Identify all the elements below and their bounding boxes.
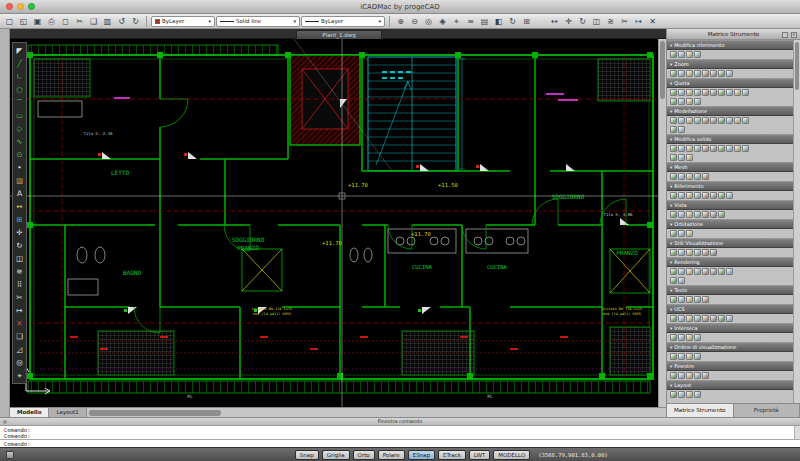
linetype-dropdown[interactable]: Solid line ▾: [216, 16, 300, 27]
print-preview-icon[interactable]: ◻: [59, 15, 72, 28]
tool-icon[interactable]: [686, 211, 693, 218]
tool-icon[interactable]: [678, 192, 685, 199]
palette-section-header[interactable]: ▾Modellazione: [667, 106, 794, 116]
tool-icon[interactable]: [694, 296, 701, 303]
palette-section-header[interactable]: ▾Layout: [667, 380, 794, 390]
tool-icon[interactable]: [710, 315, 717, 322]
tool-icon[interactable]: [678, 277, 685, 284]
palette-close-button[interactable]: ✕: [791, 32, 797, 38]
tool-icon[interactable]: [678, 391, 685, 398]
tool-icon[interactable]: [726, 89, 733, 96]
tool-icon[interactable]: [718, 268, 725, 275]
tool-icon[interactable]: [694, 173, 701, 180]
tool-icon[interactable]: [726, 145, 733, 152]
tool-icon[interactable]: [670, 70, 677, 77]
status-toggle-snap[interactable]: Snap: [295, 450, 319, 460]
tool-icon[interactable]: [710, 145, 717, 152]
tool-icon[interactable]: [678, 268, 685, 275]
offset-icon[interactable]: ≋: [14, 265, 26, 278]
paste-icon[interactable]: ▥: [101, 15, 114, 28]
pan-icon[interactable]: ⌖: [450, 15, 463, 28]
design-center-icon[interactable]: ⊞: [520, 15, 533, 28]
tool-icon[interactable]: [718, 89, 725, 96]
tool-icon[interactable]: [670, 372, 677, 379]
tool-icon[interactable]: [686, 296, 693, 303]
tool-icon[interactable]: [678, 173, 685, 180]
tool-icon[interactable]: [702, 173, 709, 180]
tool-icon[interactable]: [678, 98, 685, 105]
palette-section-header[interactable]: ▾Ordine di visualizzazione: [667, 342, 794, 352]
zoom-extents-icon[interactable]: ◈: [436, 15, 449, 28]
lineweight-dropdown[interactable]: ByLayer ▾: [301, 16, 385, 27]
tool-icon[interactable]: [694, 192, 701, 199]
palette-section-header[interactable]: ▾Orbitazione: [667, 219, 794, 229]
mirror-icon[interactable]: ◫: [590, 15, 603, 28]
tool-icon[interactable]: [678, 211, 685, 218]
palette-scrollbar[interactable]: [793, 40, 800, 403]
tool-icon[interactable]: [678, 70, 685, 77]
tool-icon[interactable]: [694, 117, 701, 124]
tab-matrice-strumento[interactable]: Matrice Strumento: [667, 404, 734, 417]
palette-section-header[interactable]: ▾Testo: [667, 285, 794, 295]
tool-icon[interactable]: [702, 70, 709, 77]
tool-icon[interactable]: [678, 51, 685, 58]
tool-icon[interactable]: [694, 98, 701, 105]
tool-icon[interactable]: [686, 372, 693, 379]
tool-icon[interactable]: [702, 211, 709, 218]
tool-icon[interactable]: [742, 89, 749, 96]
palette-section-header[interactable]: ▾Modifica riferimento: [667, 40, 794, 50]
palette-section-header[interactable]: ▾Quota: [667, 78, 794, 88]
tool-icon[interactable]: [670, 315, 677, 322]
tool-icon[interactable]: [734, 145, 741, 152]
tool-icon[interactable]: [686, 192, 693, 199]
tool-icon[interactable]: [710, 249, 717, 256]
extend-icon[interactable]: ↦: [14, 304, 26, 317]
spline-icon[interactable]: ∿: [14, 135, 26, 148]
tool-icon[interactable]: [670, 89, 677, 96]
zoom-in-icon[interactable]: ⊕: [394, 15, 407, 28]
tool-icon[interactable]: [694, 89, 701, 96]
zoom-icon[interactable]: ◎: [14, 356, 26, 369]
tool-icon[interactable]: [670, 391, 677, 398]
new-file-icon[interactable]: ▢: [3, 15, 16, 28]
tool-icon[interactable]: [702, 192, 709, 199]
dimension-icon[interactable]: ↔: [14, 200, 26, 213]
tool-icon[interactable]: [718, 145, 725, 152]
zoom-window-icon[interactable]: ◎: [422, 15, 435, 28]
tool-icon[interactable]: [726, 192, 733, 199]
ellipse-icon[interactable]: ⊙: [14, 148, 26, 161]
rotate-icon[interactable]: ↻: [576, 15, 589, 28]
palette-section-header[interactable]: ▾Interseca: [667, 323, 794, 333]
tool-icon[interactable]: [686, 391, 693, 398]
tool-icon[interactable]: [694, 353, 701, 360]
status-toggle-griglia[interactable]: Griglia: [322, 450, 350, 460]
tool-icon[interactable]: [678, 372, 685, 379]
undo-icon[interactable]: ↺: [115, 15, 128, 28]
circle-icon[interactable]: ○: [14, 83, 26, 96]
layers-icon[interactable]: ≡: [464, 15, 477, 28]
drawing-canvas[interactable]: LETTOBAGNOSOGGIORNOPRANZOCUCINACUCINASOG…: [10, 39, 666, 407]
block-icon[interactable]: ⊞: [14, 213, 26, 226]
tool-icon[interactable]: [694, 315, 701, 322]
erase-icon[interactable]: ✕: [646, 15, 659, 28]
tool-icon[interactable]: [686, 98, 693, 105]
tool-icon[interactable]: [686, 268, 693, 275]
tool-icon[interactable]: [678, 154, 685, 161]
palette-section-header[interactable]: ▾Riferimento: [667, 181, 794, 191]
tool-icon[interactable]: [678, 249, 685, 256]
regen-icon[interactable]: ↻: [506, 15, 519, 28]
pan-icon[interactable]: ⌖: [14, 369, 26, 382]
tool-icon[interactable]: [670, 353, 677, 360]
tool-icon[interactable]: [694, 70, 701, 77]
tool-icon[interactable]: [702, 315, 709, 322]
tool-icon[interactable]: [710, 89, 717, 96]
tool-icon[interactable]: [734, 89, 741, 96]
tool-icon[interactable]: [694, 391, 701, 398]
text-icon[interactable]: A: [14, 187, 26, 200]
trim-icon[interactable]: ✂: [618, 15, 631, 28]
extend-icon[interactable]: ↦: [632, 15, 645, 28]
tab-modello[interactable]: Modello: [10, 408, 49, 417]
tool-icon[interactable]: [710, 192, 717, 199]
tab-layout1[interactable]: Layout1: [49, 408, 86, 417]
tool-icon[interactable]: [686, 145, 693, 152]
